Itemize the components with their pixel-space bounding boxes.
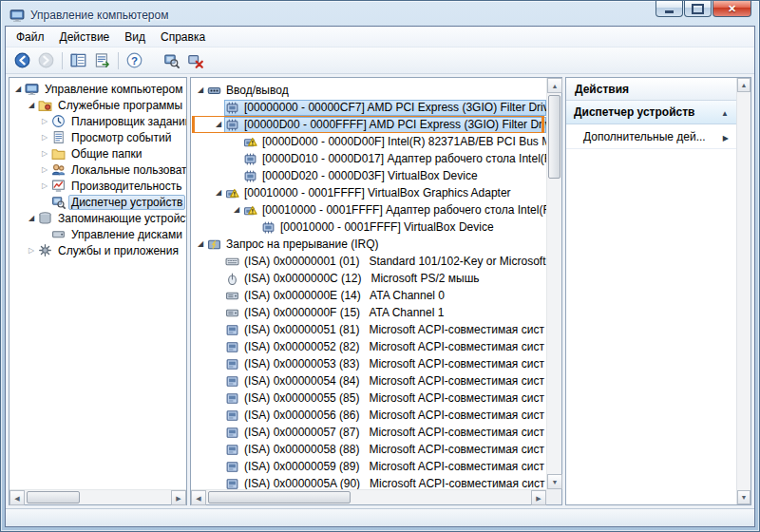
device-icon: [225, 101, 239, 115]
performance-icon: [51, 179, 66, 193]
device-tree-row[interactable]: [00010000 - 0001FFFF] Адаптер рабочего с…: [191, 201, 546, 218]
expander-collapsed-icon[interactable]: [39, 182, 50, 190]
help-button[interactable]: ?: [123, 49, 146, 72]
scan-hardware-changes-button[interactable]: [160, 49, 183, 72]
expander-collapsed-icon[interactable]: [26, 247, 37, 255]
computer-management-window: Управление компьютером ФайлДействиеВидСп…: [0, 0, 760, 532]
tree-item-label: Служебные программы: [55, 98, 185, 113]
device-tree-row[interactable]: Запрос на прерывание (IRQ): [191, 236, 546, 253]
device-tree-row[interactable]: [0000D020 - 0000D03F] VirtualBox Device: [191, 167, 546, 184]
close-button[interactable]: [712, 1, 751, 17]
device-tree-row[interactable]: (ISA) 0x0000000F (15) ATA Channel 1: [191, 304, 546, 321]
scroll-down-button[interactable]: [547, 474, 562, 489]
menu-item-action[interactable]: Действие: [52, 28, 118, 47]
actions-pane-title: Действия: [566, 78, 736, 101]
device-tree-vertical-scrollbar[interactable]: [546, 78, 561, 489]
device-tree-row[interactable]: [0000D000 - 0000D00F] Intel(R) 82371AB/E…: [191, 133, 546, 150]
expander-collapsed-icon[interactable]: [39, 134, 50, 142]
actions-section-device-manager[interactable]: Диспетчер устройств: [566, 101, 736, 124]
scrollbar-track[interactable]: [737, 92, 750, 490]
expander-expanded-icon[interactable]: [12, 86, 24, 93]
device-tree-row[interactable]: [00000D00 - 0000FFFF] AMD PCI Express (3…: [191, 116, 546, 133]
scroll-up-button[interactable]: [737, 78, 750, 92]
device-tree-row[interactable]: (ISA) 0x00000051 (81) Microsoft ACPI-сов…: [191, 321, 546, 338]
device-row-body: (ISA) 0x0000000C (12) Microsoft PS/2 мыш…: [224, 271, 546, 287]
expander-collapsed-icon[interactable]: [39, 118, 50, 125]
device-tree-row[interactable]: (ISA) 0x00000057 (87) Microsoft ACPI-сов…: [191, 424, 546, 441]
scroll-down-button[interactable]: [737, 490, 750, 504]
sidebar-item-performance[interactable]: Производительность: [10, 178, 186, 194]
sidebar-item-event-viewer[interactable]: Просмотр событий: [10, 129, 186, 145]
device-row-label: (ISA) 0x00000059 (89) Microsoft ACPI-сов…: [242, 459, 546, 474]
tree-item-label: Производительность: [68, 179, 184, 194]
scrollbar-track[interactable]: [206, 490, 531, 504]
sidebar-item-storage[interactable]: Запоминающие устройств: [10, 210, 186, 226]
sidebar-item-task-scheduler[interactable]: Планировщик заданий: [10, 113, 186, 129]
device-tree-row[interactable]: (ISA) 0x00000058 (88) Microsoft ACPI-сов…: [191, 441, 546, 458]
scroll-left-button[interactable]: [10, 490, 25, 505]
device-tree-row[interactable]: (ISA) 0x0000000C (12) Microsoft PS/2 мыш…: [191, 270, 546, 287]
sidebar-item-computer-management[interactable]: Управление компьютером (л: [10, 81, 186, 97]
expander-expanded-icon[interactable]: [26, 215, 37, 222]
device-tree-row[interactable]: (ISA) 0x00000053 (83) Microsoft ACPI-сов…: [191, 355, 546, 372]
scroll-left-button[interactable]: [191, 490, 206, 505]
system-device-icon: [225, 391, 239, 406]
scrollbar-thumb[interactable]: [208, 491, 351, 504]
device-tree-row[interactable]: (ISA) 0x00000056 (86) Microsoft ACPI-сов…: [191, 407, 546, 424]
expander-collapsed-icon[interactable]: [39, 150, 50, 158]
sidebar-item-services-applications[interactable]: Службы и приложения: [10, 242, 186, 258]
console-tree-horizontal-scrollbar[interactable]: [10, 489, 186, 504]
scroll-right-button[interactable]: [171, 490, 186, 505]
expander-expanded-icon[interactable]: [213, 121, 224, 128]
forward-button[interactable]: [34, 49, 58, 72]
maximize-button[interactable]: [684, 1, 712, 17]
device-tree-row[interactable]: [00000000 - 00000CF7] AMD PCI Express (3…: [191, 99, 546, 116]
device-tree-row[interactable]: (ISA) 0x0000000E (14) ATA Channel 0: [191, 287, 546, 304]
system-device-icon: [225, 443, 239, 457]
sidebar-item-shared-folders[interactable]: Общие папки: [10, 145, 186, 162]
scrollbar-thumb[interactable]: [27, 491, 80, 504]
device-tree-horizontal-scrollbar[interactable]: [191, 489, 546, 504]
expander-expanded-icon[interactable]: [231, 206, 242, 214]
actions-vertical-scrollbar[interactable]: [736, 78, 750, 504]
device-tree-row[interactable]: (ISA) 0x00000054 (84) Microsoft ACPI-сов…: [191, 372, 546, 390]
device-tree-row[interactable]: (ISA) 0x00000055 (85) Microsoft ACPI-сов…: [191, 390, 546, 407]
scrollbar-thumb[interactable]: [548, 95, 560, 179]
device-tree-row[interactable]: (ISA) 0x00000052 (82) Microsoft ACPI-сов…: [191, 338, 546, 355]
mouse-icon: [225, 272, 239, 286]
sidebar-item-device-manager[interactable]: Диспетчер устройств: [10, 194, 186, 210]
menu-item-help[interactable]: Справка: [153, 28, 213, 47]
device-tree-row[interactable]: [00010000 - 0001FFFF] VirtualBox Device: [191, 218, 546, 236]
title-bar: Управление компьютером: [1, 1, 759, 26]
menu-item-file[interactable]: Файл: [9, 28, 52, 47]
sidebar-item-local-users[interactable]: Локальные пользовате: [10, 162, 186, 178]
folder-tools-icon: [38, 98, 52, 112]
sidebar-item-disk-management[interactable]: Управление дисками: [10, 226, 186, 242]
device-tree-row[interactable]: (ISA) 0x0000005A (90) Microsoft ACPI-сов…: [191, 475, 546, 489]
menu-item-view[interactable]: Вид: [117, 28, 153, 47]
export-list-button[interactable]: [90, 49, 114, 72]
device-tree-row[interactable]: [00010000 - 0001FFFF] VirtualBox Graphic…: [191, 184, 546, 201]
sidebar-item-system-tools[interactable]: Служебные программы: [10, 97, 186, 113]
scroll-right-button[interactable]: [531, 490, 546, 505]
expander-collapsed-icon[interactable]: [39, 166, 50, 174]
device-tree-row[interactable]: (ISA) 0x00000059 (89) Microsoft ACPI-сов…: [191, 458, 546, 475]
show-console-tree-button[interactable]: [66, 49, 90, 72]
scrollbar-track[interactable]: [25, 490, 171, 504]
device-row-body: (ISA) 0x0000000F (15) ATA Channel 1: [224, 305, 546, 321]
collapse-section-icon[interactable]: [721, 105, 729, 119]
device-tree-row[interactable]: (ISA) 0x00000001 (01) Standard 101/102-K…: [191, 253, 546, 270]
more-actions-item[interactable]: Дополнительные дей...: [566, 124, 736, 149]
uninstall-icon: [187, 52, 203, 68]
back-button[interactable]: [10, 49, 34, 72]
expander-expanded-icon[interactable]: [195, 240, 206, 248]
scrollbar-track[interactable]: [547, 93, 561, 474]
expander-expanded-icon[interactable]: [26, 102, 37, 109]
minimize-button[interactable]: [656, 1, 683, 17]
expander-expanded-icon[interactable]: [213, 189, 224, 197]
uninstall-device-button[interactable]: [183, 49, 207, 72]
device-tree-row[interactable]: [0000D010 - 0000D017] Адаптер рабочего с…: [191, 150, 546, 167]
scroll-up-button[interactable]: [547, 78, 562, 93]
expander-expanded-icon[interactable]: [195, 86, 206, 94]
device-tree-row[interactable]: Ввод/вывод: [191, 82, 546, 99]
